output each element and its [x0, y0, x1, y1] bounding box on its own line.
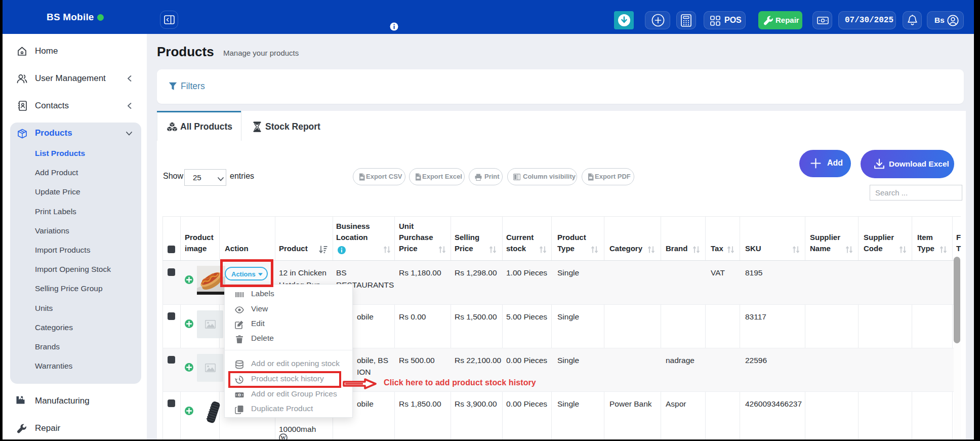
svg-text:0: 0: [238, 393, 240, 396]
